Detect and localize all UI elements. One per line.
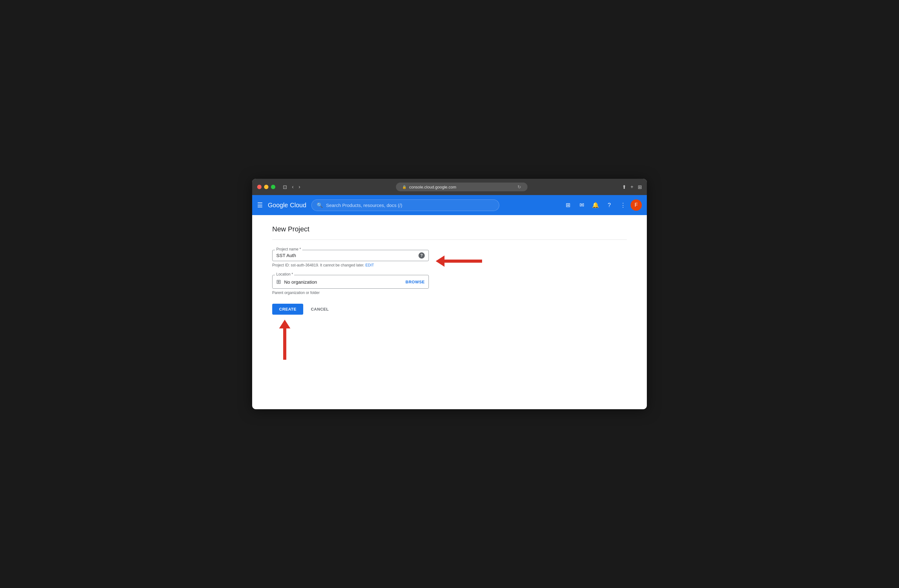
traffic-light-maximize[interactable]: [271, 185, 275, 189]
title-bar: ⊡ ‹ › 🔒 console.cloud.google.com ↻ ⬆ + ⊞: [252, 179, 647, 195]
page-content: New Project Project name * ? Project ID:…: [252, 215, 647, 409]
location-label: Location *: [275, 272, 294, 276]
bell-icon-btn[interactable]: 🔔: [589, 199, 602, 211]
back-btn[interactable]: ‹: [291, 183, 295, 191]
cancel-button[interactable]: CANCEL: [306, 304, 334, 315]
google-logo-text: Google: [268, 202, 288, 209]
location-left: ⊞ No organization: [276, 278, 317, 285]
forward-btn[interactable]: ›: [297, 183, 301, 191]
project-name-group: Project name * ? Project ID: sst-auth-36…: [272, 250, 429, 267]
form-section: Project name * ? Project ID: sst-auth-36…: [272, 250, 429, 315]
search-bar[interactable]: 🔍 Search Products, resources, docs (/): [311, 199, 499, 211]
notifications-icon-btn[interactable]: ✉: [575, 199, 588, 211]
address-bar-container: 🔒 console.cloud.google.com ↻: [306, 182, 618, 191]
gc-header-actions: ⊞ ✉ 🔔 ? ⋮ F: [562, 199, 642, 211]
location-field-wrapper: Location * ⊞ No organization BROWSE: [272, 275, 429, 289]
share-icon[interactable]: ⬆: [622, 184, 626, 190]
more-icon-btn[interactable]: ⋮: [617, 199, 629, 211]
refresh-icon[interactable]: ↻: [517, 184, 521, 190]
hamburger-menu-icon[interactable]: ☰: [257, 201, 263, 209]
create-button[interactable]: CREATE: [272, 304, 303, 315]
project-name-field-wrapper: Project name * ?: [272, 250, 429, 261]
browse-button[interactable]: BROWSE: [406, 279, 425, 284]
traffic-light-minimize[interactable]: [264, 185, 269, 189]
project-name-input[interactable]: [276, 253, 425, 258]
search-icon: 🔍: [317, 202, 323, 208]
help-icon-btn[interactable]: ?: [603, 199, 616, 211]
search-placeholder: Search Products, resources, docs (/): [326, 202, 402, 208]
address-bar[interactable]: 🔒 console.cloud.google.com ↻: [396, 182, 527, 191]
sidebar-toggle-btn[interactable]: ⊡: [282, 183, 288, 191]
location-group: Location * ⊞ No organization BROWSE Pare…: [272, 275, 429, 295]
project-id-text: Project ID: sst-auth-364819. It cannot b…: [272, 263, 429, 267]
organization-icon: ⊞: [276, 278, 281, 285]
annotation-arrow-right: [436, 256, 482, 267]
lock-icon: 🔒: [402, 185, 406, 189]
edit-project-id-link[interactable]: EDIT: [366, 263, 374, 267]
page-title: New Project: [272, 225, 627, 240]
apps-icon-btn[interactable]: ⊞: [562, 199, 574, 211]
grid-icon[interactable]: ⊞: [638, 184, 642, 190]
location-value: No organization: [284, 279, 317, 285]
location-hint: Parent organization or folder: [272, 290, 429, 295]
url-text: console.cloud.google.com: [409, 185, 456, 190]
project-name-label: Project name *: [275, 247, 302, 252]
action-buttons: CREATE CANCEL: [272, 304, 429, 315]
annotation-arrow-up: [279, 320, 290, 360]
traffic-lights: [257, 185, 275, 189]
title-bar-actions: ⬆ + ⊞: [622, 184, 642, 190]
help-icon[interactable]: ?: [419, 252, 425, 259]
new-tab-icon[interactable]: +: [630, 184, 633, 190]
gc-header: ☰ Google Cloud 🔍 Search Products, resour…: [252, 195, 647, 215]
browser-window: ⊡ ‹ › 🔒 console.cloud.google.com ↻ ⬆ + ⊞…: [252, 179, 647, 409]
gc-logo: Google Cloud: [268, 202, 306, 209]
cloud-logo-text: Cloud: [290, 202, 306, 209]
window-controls: ⊡ ‹ ›: [282, 183, 302, 191]
user-avatar[interactable]: F: [630, 199, 642, 211]
traffic-light-close[interactable]: [257, 185, 261, 189]
